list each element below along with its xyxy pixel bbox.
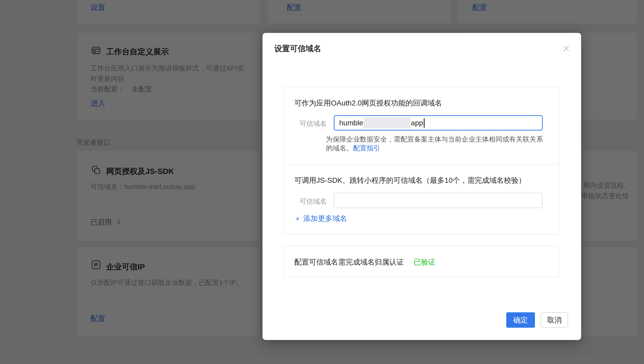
config-guide-link[interactable]: 配置指引 [353, 144, 380, 152]
cancel-button[interactable]: 取消 [541, 312, 568, 328]
jssdk-domain-label: 可信域名 [300, 197, 327, 206]
oauth-domain-value-suffix: app [411, 119, 423, 127]
jssdk-section-heading: 可调用JS-SDK、跳转小程序的可信域名（最多10个，需完成域名校验） [294, 175, 526, 185]
modal-title: 设置可信域名 [274, 43, 321, 54]
verification-text: 配置可信域名需完成域名归属认证 [294, 258, 404, 266]
oauth-helper-text: 为保障企业数据安全，需配置备案主体与当前企业主体相同或有关联关系 的域名。配置指… [326, 135, 543, 152]
page: 设置 配置 配置 工作台自定义展示 工作台应用入口展示为预设模板样式，可通过AP… [0, 0, 644, 364]
trusted-domain-modal: 设置可信域名 可作为应用OAuth2.0网页授权功能的回调域名 可信域名 hum… [263, 33, 581, 340]
add-more-domains-link[interactable]: ＋ 添加更多域名 [294, 214, 347, 224]
helper-line1: 为保障企业数据安全，需配置备案主体与当前企业主体相同或有关联关系 [326, 135, 543, 144]
verification-box: 配置可信域名需完成域名归属认证已验证 [283, 246, 559, 277]
plus-icon: ＋ [294, 215, 301, 222]
verification-row: 配置可信域名需完成域名归属认证已验证 [294, 257, 436, 267]
add-more-domains-label: 添加更多域名 [303, 214, 347, 224]
close-icon[interactable] [561, 43, 571, 54]
text-caret [424, 118, 425, 128]
helper-line2-text: 的域名。 [326, 144, 353, 152]
oauth-domain-label: 可信域名 [300, 119, 327, 128]
section-divider [284, 165, 559, 165]
oauth-domain-input[interactable]: humbleapp [334, 115, 543, 131]
helper-line2: 的域名。配置指引 [326, 144, 543, 152]
confirm-button[interactable]: 确定 [506, 312, 535, 328]
domain-config-box: 可作为应用OAuth2.0网页授权功能的回调域名 可信域名 humbleapp … [283, 87, 559, 234]
verified-badge: 已验证 [414, 258, 436, 266]
oauth-section-heading: 可作为应用OAuth2.0网页授权功能的回调域名 [294, 98, 442, 108]
redaction-block [363, 118, 411, 128]
jssdk-domain-input[interactable] [334, 193, 543, 208]
oauth-domain-value-prefix: humble [339, 119, 363, 127]
